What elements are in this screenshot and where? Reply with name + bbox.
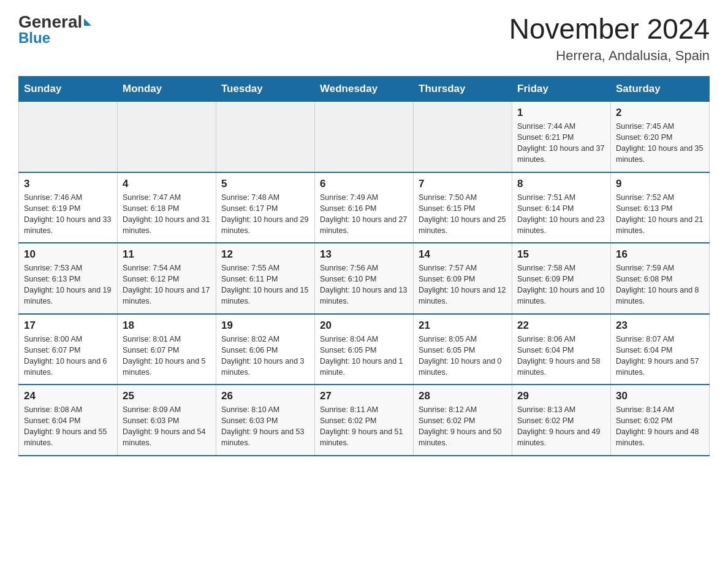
day-info: Sunrise: 7:56 AM Sunset: 6:10 PM Dayligh… <box>320 262 408 307</box>
day-info: Sunrise: 7:47 AM Sunset: 6:18 PM Dayligh… <box>123 192 211 237</box>
day-info: Sunrise: 8:08 AM Sunset: 6:04 PM Dayligh… <box>24 404 112 449</box>
day-number: 8 <box>517 178 605 190</box>
logo-arrow-icon <box>84 18 91 26</box>
day-info: Sunrise: 8:01 AM Sunset: 6:07 PM Dayligh… <box>123 334 211 378</box>
day-number: 22 <box>517 320 605 332</box>
day-number: 11 <box>123 248 211 261</box>
day-number: 2 <box>616 107 704 119</box>
calendar-cell: 1Sunrise: 7:44 AM Sunset: 6:21 PM Daylig… <box>512 102 611 172</box>
calendar-week-row: 24Sunrise: 8:08 AM Sunset: 6:04 PM Dayli… <box>19 385 710 456</box>
calendar-cell: 10Sunrise: 7:53 AM Sunset: 6:13 PM Dayli… <box>19 243 118 314</box>
day-number: 20 <box>320 320 408 332</box>
day-number: 5 <box>221 178 309 190</box>
day-number: 27 <box>320 390 408 402</box>
day-number: 13 <box>320 248 408 261</box>
calendar-cell: 17Sunrise: 8:00 AM Sunset: 6:07 PM Dayli… <box>19 314 118 385</box>
col-sunday: Sunday <box>19 77 118 102</box>
calendar-week-row: 10Sunrise: 7:53 AM Sunset: 6:13 PM Dayli… <box>19 243 710 314</box>
day-number: 17 <box>24 320 112 332</box>
day-number: 16 <box>616 248 704 261</box>
calendar-week-row: 1Sunrise: 7:44 AM Sunset: 6:21 PM Daylig… <box>19 102 710 172</box>
calendar-cell: 13Sunrise: 7:56 AM Sunset: 6:10 PM Dayli… <box>315 243 414 314</box>
calendar-cell <box>19 102 118 172</box>
day-number: 1 <box>517 107 605 119</box>
calendar-cell: 27Sunrise: 8:11 AM Sunset: 6:02 PM Dayli… <box>315 385 414 456</box>
col-saturday: Saturday <box>611 77 710 102</box>
day-number: 7 <box>419 178 507 190</box>
day-number: 15 <box>517 248 605 261</box>
day-info: Sunrise: 7:58 AM Sunset: 6:09 PM Dayligh… <box>517 262 605 307</box>
day-number: 14 <box>419 248 507 261</box>
day-number: 25 <box>123 390 211 402</box>
calendar-cell: 21Sunrise: 8:05 AM Sunset: 6:05 PM Dayli… <box>414 314 512 385</box>
day-number: 28 <box>419 390 507 402</box>
day-info: Sunrise: 8:14 AM Sunset: 6:02 PM Dayligh… <box>616 404 704 449</box>
calendar-cell: 6Sunrise: 7:49 AM Sunset: 6:16 PM Daylig… <box>315 172 414 243</box>
calendar-cell: 15Sunrise: 7:58 AM Sunset: 6:09 PM Dayli… <box>512 243 611 314</box>
calendar-cell: 14Sunrise: 7:57 AM Sunset: 6:09 PM Dayli… <box>414 243 512 314</box>
day-number: 26 <box>221 390 309 402</box>
day-info: Sunrise: 8:07 AM Sunset: 6:04 PM Dayligh… <box>616 334 704 378</box>
col-friday: Friday <box>512 77 611 102</box>
day-info: Sunrise: 8:10 AM Sunset: 6:03 PM Dayligh… <box>221 404 309 449</box>
calendar-cell: 4Sunrise: 7:47 AM Sunset: 6:18 PM Daylig… <box>118 172 216 243</box>
col-monday: Monday <box>118 77 216 102</box>
day-number: 21 <box>419 320 507 332</box>
calendar-cell: 22Sunrise: 8:06 AM Sunset: 6:04 PM Dayli… <box>512 314 611 385</box>
calendar-cell: 29Sunrise: 8:13 AM Sunset: 6:02 PM Dayli… <box>512 385 611 456</box>
day-info: Sunrise: 8:00 AM Sunset: 6:07 PM Dayligh… <box>24 334 112 378</box>
day-number: 19 <box>221 320 309 332</box>
day-number: 18 <box>123 320 211 332</box>
month-year-title: November 2024 <box>509 12 710 45</box>
day-info: Sunrise: 8:13 AM Sunset: 6:02 PM Dayligh… <box>517 404 605 449</box>
logo-blue-text: Blue <box>18 29 50 47</box>
calendar-cell: 7Sunrise: 7:50 AM Sunset: 6:15 PM Daylig… <box>414 172 512 243</box>
day-number: 24 <box>24 390 112 402</box>
calendar-cell: 16Sunrise: 7:59 AM Sunset: 6:08 PM Dayli… <box>611 243 710 314</box>
day-info: Sunrise: 8:06 AM Sunset: 6:04 PM Dayligh… <box>517 334 605 378</box>
calendar-cell <box>414 102 512 172</box>
calendar-cell: 24Sunrise: 8:08 AM Sunset: 6:04 PM Dayli… <box>19 385 118 456</box>
day-info: Sunrise: 7:44 AM Sunset: 6:21 PM Dayligh… <box>517 121 605 166</box>
day-info: Sunrise: 7:48 AM Sunset: 6:17 PM Dayligh… <box>221 192 309 237</box>
day-info: Sunrise: 7:52 AM Sunset: 6:13 PM Dayligh… <box>616 192 704 237</box>
day-number: 23 <box>616 320 704 332</box>
calendar-cell: 5Sunrise: 7:48 AM Sunset: 6:17 PM Daylig… <box>216 172 315 243</box>
calendar-cell: 11Sunrise: 7:54 AM Sunset: 6:12 PM Dayli… <box>118 243 216 314</box>
calendar-cell: 25Sunrise: 8:09 AM Sunset: 6:03 PM Dayli… <box>118 385 216 456</box>
page-header: General Blue November 2024 Herrera, Anda… <box>18 12 710 64</box>
day-info: Sunrise: 7:50 AM Sunset: 6:15 PM Dayligh… <box>419 192 507 237</box>
calendar-cell <box>118 102 216 172</box>
calendar-table: Sunday Monday Tuesday Wednesday Thursday… <box>18 76 710 456</box>
calendar-cell: 30Sunrise: 8:14 AM Sunset: 6:02 PM Dayli… <box>611 385 710 456</box>
day-info: Sunrise: 7:53 AM Sunset: 6:13 PM Dayligh… <box>24 262 112 307</box>
calendar-cell: 28Sunrise: 8:12 AM Sunset: 6:02 PM Dayli… <box>414 385 512 456</box>
calendar-cell: 19Sunrise: 8:02 AM Sunset: 6:06 PM Dayli… <box>216 314 315 385</box>
title-section: November 2024 Herrera, Andalusia, Spain <box>509 12 710 64</box>
day-info: Sunrise: 8:11 AM Sunset: 6:02 PM Dayligh… <box>320 404 408 449</box>
calendar-cell <box>315 102 414 172</box>
calendar-cell <box>216 102 315 172</box>
day-info: Sunrise: 7:55 AM Sunset: 6:11 PM Dayligh… <box>221 262 309 307</box>
day-number: 10 <box>24 248 112 261</box>
col-thursday: Thursday <box>414 77 512 102</box>
day-number: 29 <box>517 390 605 402</box>
day-info: Sunrise: 8:02 AM Sunset: 6:06 PM Dayligh… <box>221 334 309 378</box>
day-info: Sunrise: 7:51 AM Sunset: 6:14 PM Dayligh… <box>517 192 605 237</box>
day-number: 9 <box>616 178 704 190</box>
day-info: Sunrise: 7:57 AM Sunset: 6:09 PM Dayligh… <box>419 262 507 307</box>
logo: General Blue <box>18 12 91 47</box>
calendar-cell: 12Sunrise: 7:55 AM Sunset: 6:11 PM Dayli… <box>216 243 315 314</box>
calendar-cell: 8Sunrise: 7:51 AM Sunset: 6:14 PM Daylig… <box>512 172 611 243</box>
day-info: Sunrise: 8:09 AM Sunset: 6:03 PM Dayligh… <box>123 404 211 449</box>
day-number: 30 <box>616 390 704 402</box>
calendar-week-row: 17Sunrise: 8:00 AM Sunset: 6:07 PM Dayli… <box>19 314 710 385</box>
day-info: Sunrise: 7:49 AM Sunset: 6:16 PM Dayligh… <box>320 192 408 237</box>
calendar-cell: 9Sunrise: 7:52 AM Sunset: 6:13 PM Daylig… <box>611 172 710 243</box>
calendar-cell: 3Sunrise: 7:46 AM Sunset: 6:19 PM Daylig… <box>19 172 118 243</box>
calendar-cell: 26Sunrise: 8:10 AM Sunset: 6:03 PM Dayli… <box>216 385 315 456</box>
col-tuesday: Tuesday <box>216 77 315 102</box>
calendar-week-row: 3Sunrise: 7:46 AM Sunset: 6:19 PM Daylig… <box>19 172 710 243</box>
day-info: Sunrise: 8:12 AM Sunset: 6:02 PM Dayligh… <box>419 404 507 449</box>
day-info: Sunrise: 8:05 AM Sunset: 6:05 PM Dayligh… <box>419 334 507 378</box>
